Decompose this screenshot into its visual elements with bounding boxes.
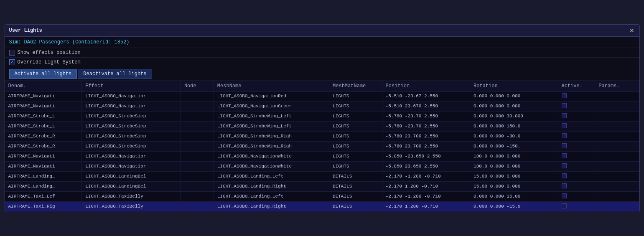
buttons-row: Activate all lights Deactivate all light…	[5, 67, 639, 81]
cell-rotation: 0.000 0.000 -150.	[470, 141, 558, 151]
cell-denom: AIRFRAME_Navigati	[5, 91, 82, 101]
active-indicator[interactable]	[562, 133, 567, 138]
active-indicator[interactable]	[562, 203, 567, 208]
show-effects-checkbox[interactable]	[9, 50, 15, 56]
table-row[interactable]: AIRFRAME_NavigatiLIGHT_ASOBO_NavigatiorL…	[5, 91, 639, 101]
cell-active	[558, 171, 595, 181]
override-checkbox[interactable]: ✓	[9, 59, 15, 65]
cell-denom: AIRFRAME_Taxi_Lef	[5, 191, 82, 201]
cell-params	[595, 141, 639, 151]
table-row[interactable]: AIRFRAME_NavigatiLIGHT_ASOBO_NavigatiorL…	[5, 151, 639, 161]
cell-active	[558, 141, 595, 151]
col-header-rotation: Rotation	[470, 81, 558, 91]
cell-meshname: LIGHT_ASOBO_NavigationRed	[214, 91, 329, 101]
cell-params	[595, 201, 639, 211]
close-button[interactable]: ✕	[629, 27, 635, 34]
table-header-row: Denom. Effect Node MeshName MeshMatName …	[5, 81, 639, 91]
table-row[interactable]: AIRFRAME_NavigatiLIGHT_ASOBO_NavigatiorL…	[5, 101, 639, 111]
table-row[interactable]: AIRFRAME_Strobe_LLIGHT_ASOBO_StrobeSimpL…	[5, 121, 639, 131]
cell-denom: AIRFRAME_Strobe_L	[5, 111, 82, 121]
cell-denom: AIRFRAME_Landing_	[5, 171, 82, 181]
show-effects-label: Show effects position	[18, 50, 81, 56]
active-indicator[interactable]	[562, 123, 567, 128]
active-indicator[interactable]	[562, 173, 567, 178]
col-header-effect: Effect	[82, 81, 181, 91]
cell-node	[181, 161, 214, 171]
col-header-position: Position	[382, 81, 470, 91]
cell-effect: LIGHT_ASOBO_LandingBel	[82, 171, 181, 181]
table-row[interactable]: AIRFRAME_Strobe_RLIGHT_ASOBO_StrobeSimpL…	[5, 131, 639, 141]
cell-active	[558, 101, 595, 111]
cell-position: -5.850 -23.650 2.550	[382, 151, 470, 161]
cell-active	[558, 191, 595, 201]
activate-all-button[interactable]: Activate all lights	[9, 69, 77, 79]
deactivate-all-button[interactable]: Deactivate all lights	[78, 69, 152, 79]
active-indicator[interactable]	[562, 143, 567, 148]
cell-position: -2.170 -1.280 -0.710	[382, 191, 470, 201]
active-indicator[interactable]	[562, 153, 567, 158]
cell-effect: LIGHT_ASOBO_Navigatior	[82, 161, 181, 171]
cell-meshname: LIGHT_ASOBO_Landing_Right	[214, 201, 329, 211]
col-header-node: Node	[181, 81, 214, 91]
override-label: Override Light System	[18, 59, 81, 65]
active-indicator[interactable]	[562, 163, 567, 168]
cell-node	[181, 131, 214, 141]
cell-rotation: 180.0 0.000 0.000	[470, 161, 558, 171]
col-header-active: Active.	[558, 81, 595, 91]
cell-position: -5.510 23.670 2.550	[382, 101, 470, 111]
cell-rotation: 15.00 0.000 0.000	[470, 171, 558, 181]
table-row[interactable]: AIRFRAME_Strobe_RLIGHT_ASOBO_StrobeSimpL…	[5, 141, 639, 151]
cell-meshname: LIGHT_ASOBO_Landing_Right	[214, 181, 329, 191]
cell-position: -5.780 -23.70 2.550	[382, 121, 470, 131]
col-header-meshname: MeshName	[214, 81, 329, 91]
table-row[interactable]: AIRFRAME_Taxi_RigLIGHT_ASOBO_TaxiBellyLI…	[5, 201, 639, 211]
active-indicator[interactable]	[562, 113, 567, 118]
cell-node	[181, 91, 214, 101]
cell-node	[181, 141, 214, 151]
cell-rotation: 0.000 0.000 0.000	[470, 91, 558, 101]
cell-effect: LIGHT_ASOBO_StrobeSimp	[82, 141, 181, 151]
active-indicator[interactable]	[562, 193, 567, 198]
cell-params	[595, 191, 639, 201]
active-indicator[interactable]	[562, 93, 567, 98]
active-indicator[interactable]	[562, 183, 567, 188]
table-row[interactable]: AIRFRAME_Taxi_LefLIGHT_ASOBO_TaxiBellyLI…	[5, 191, 639, 201]
cell-active	[558, 201, 595, 211]
cell-meshmatname: LIGHTS	[329, 161, 382, 171]
cell-rotation: 180.0 0.000 0.000	[470, 151, 558, 161]
cell-denom: AIRFRAME_Strobe_R	[5, 131, 82, 141]
cell-meshname: LIGHT_ASOBO_StrobeWing_Righ	[214, 141, 329, 151]
cell-meshname: LIGHT_ASOBO_StrobeWing_Righ	[214, 131, 329, 141]
override-row: ✓ Override Light System	[5, 58, 639, 67]
cell-node	[181, 201, 214, 211]
cell-denom: AIRFRAME_Landing_	[5, 181, 82, 191]
col-header-meshmatname: MeshMatName	[329, 81, 382, 91]
active-indicator[interactable]	[562, 103, 567, 108]
cell-params	[595, 111, 639, 121]
cell-position: -5.780 23.700 2.550	[382, 141, 470, 151]
cell-meshmatname: DETAILS	[329, 201, 382, 211]
cell-node	[181, 191, 214, 201]
cell-position: -2.170 -1.280 -0.710	[382, 171, 470, 181]
cell-node	[181, 151, 214, 161]
cell-active	[558, 131, 595, 141]
cell-meshmatname: DETAILS	[329, 181, 382, 191]
cell-effect: LIGHT_ASOBO_Navigatior	[82, 151, 181, 161]
cell-position: -5.850 23.650 2.550	[382, 161, 470, 171]
table-row[interactable]: AIRFRAME_Landing_LIGHT_ASOBO_LandingBelL…	[5, 171, 639, 181]
cell-params	[595, 161, 639, 171]
cell-effect: LIGHT_ASOBO_Navigatior	[82, 91, 181, 101]
col-header-denom: Denom.	[5, 81, 82, 91]
cell-position: -2.170 1.280 -0.710	[382, 181, 470, 191]
table-row[interactable]: AIRFRAME_NavigatiLIGHT_ASOBO_NavigatiorL…	[5, 161, 639, 171]
cell-effect: LIGHT_ASOBO_TaxiBelly	[82, 201, 181, 211]
cell-active	[558, 151, 595, 161]
user-lights-window: User Lights ✕ Sim: DA62 Passengers (Cont…	[5, 24, 640, 212]
table-row[interactable]: AIRFRAME_Strobe_LLIGHT_ASOBO_StrobeSimpL…	[5, 111, 639, 121]
cell-params	[595, 91, 639, 101]
table-row[interactable]: AIRFRAME_Landing_LIGHT_ASOBO_LandingBelL…	[5, 181, 639, 191]
cell-rotation: 0.000 0.000 -15.0	[470, 201, 558, 211]
cell-rotation: 0.000 0.000 15.00	[470, 191, 558, 201]
lights-table-container: Denom. Effect Node MeshName MeshMatName …	[5, 81, 639, 212]
cell-params	[595, 101, 639, 111]
